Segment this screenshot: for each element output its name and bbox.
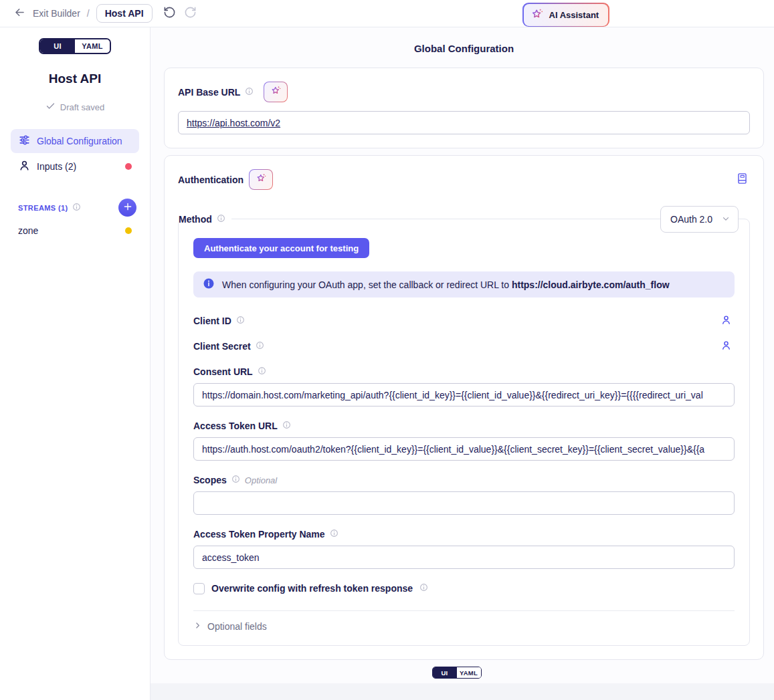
- undo-icon: [163, 6, 176, 21]
- sidebar-nav: Global Configuration Inputs (2): [11, 129, 139, 179]
- connector-name-field[interactable]: Host API: [96, 4, 153, 23]
- sidebar-item-label: Global Configuration: [37, 136, 132, 146]
- ai-improve-button[interactable]: [249, 169, 273, 190]
- user-icon: [18, 159, 31, 174]
- sidebar-item-global-configuration[interactable]: Global Configuration: [11, 129, 139, 153]
- authentication-header: Authentication: [178, 169, 750, 190]
- info-filled-icon: [203, 277, 215, 291]
- access-token-url-label: Access Token URL: [193, 421, 278, 431]
- client-id-row: Client ID: [193, 314, 735, 328]
- ai-assistant-label: AI Assistant: [549, 10, 599, 20]
- oauth-callback-banner: When configuring your OAuth app, set the…: [193, 271, 735, 298]
- authentication-label: Authentication: [178, 174, 244, 185]
- docs-button[interactable]: [735, 170, 750, 189]
- overwrite-config-row: Overwrite config with refresh token resp…: [193, 582, 735, 594]
- chevron-down-icon: [721, 214, 731, 225]
- access-token-url-input[interactable]: [193, 437, 735, 461]
- page-title: Global Configuration: [164, 27, 764, 68]
- ai-assistant-button-inner: AI Assistant: [524, 4, 609, 26]
- inputs-status-dot: [125, 163, 132, 170]
- client-id-user-input-button[interactable]: [718, 312, 735, 330]
- ai-sparkle-icon: [256, 172, 267, 187]
- sidebar-item-label: Inputs (2): [37, 161, 119, 172]
- authenticate-test-button[interactable]: Authenticate your account for testing: [193, 238, 369, 258]
- toggle-ui[interactable]: UI: [433, 667, 457, 678]
- ai-assistant-button[interactable]: AI Assistant: [522, 3, 609, 27]
- ai-improve-button-inner: [250, 170, 272, 189]
- consent-url-input[interactable]: [193, 383, 735, 406]
- info-icon: [231, 474, 240, 486]
- info-icon: [419, 582, 428, 594]
- client-secret-label: Client Secret: [193, 341, 251, 352]
- access-token-url-label-row: Access Token URL: [193, 420, 735, 432]
- ai-improve-button[interactable]: [264, 82, 288, 102]
- access-token-url-field: Access Token URL: [193, 420, 735, 461]
- client-secret-user-input-button[interactable]: [718, 337, 735, 356]
- plus-icon: [123, 202, 132, 213]
- api-base-url-label: API Base URL: [178, 87, 240, 98]
- card-view-toggle-row: UI YAML: [164, 667, 749, 679]
- banner-prefix: When configuring your OAuth app, set the…: [222, 279, 512, 290]
- ai-sparkle-icon: [270, 85, 282, 99]
- redo-icon: [184, 6, 197, 21]
- client-secret-row: Client Secret: [193, 339, 735, 354]
- client-id-label-row: Client ID: [193, 315, 718, 327]
- body-row: UI YAML Host API Draft saved: [0, 27, 774, 700]
- info-icon: [256, 340, 264, 352]
- scopes-input[interactable]: [193, 491, 735, 515]
- optional-fields-toggle[interactable]: Optional fields: [193, 611, 735, 636]
- sliders-icon: [18, 134, 31, 148]
- breadcrumb-separator: /: [87, 8, 90, 19]
- sidebar-item-stream-zone[interactable]: zone: [11, 221, 139, 241]
- toggle-yaml[interactable]: YAML: [75, 39, 110, 53]
- sidebar: UI YAML Host API Draft saved: [0, 27, 151, 700]
- token-property-label-row: Access Token Property Name: [193, 528, 735, 540]
- consent-url-label: Consent URL: [193, 366, 253, 377]
- api-base-url-label-row: API Base URL: [178, 82, 750, 102]
- streams-title: STREAMS (1): [18, 204, 68, 212]
- method-select[interactable]: OAuth 2.0: [660, 206, 739, 233]
- exit-builder-link[interactable]: Exit Builder: [33, 8, 80, 19]
- info-icon: [236, 315, 245, 327]
- token-property-input[interactable]: [193, 546, 735, 569]
- info-icon: [245, 86, 254, 98]
- top-bar: Exit Builder / Host API: [0, 0, 774, 27]
- stream-label: zone: [18, 225, 119, 236]
- api-base-url-input[interactable]: [178, 111, 750, 134]
- method-select-value: OAuth 2.0: [670, 214, 712, 225]
- card-ui-yaml-toggle[interactable]: UI YAML: [432, 667, 482, 679]
- info-icon: [258, 366, 266, 378]
- scopes-label: Scopes: [193, 475, 227, 485]
- save-status-label: Draft saved: [60, 102, 104, 112]
- back-button[interactable]: [11, 3, 29, 23]
- toggle-yaml[interactable]: YAML: [457, 667, 481, 678]
- save-status: Draft saved: [0, 101, 150, 113]
- streams-list: zone: [11, 221, 139, 241]
- client-id-label: Client ID: [193, 316, 231, 326]
- ai-improve-button-inner: [264, 82, 287, 102]
- ui-yaml-toggle[interactable]: UI YAML: [39, 38, 111, 54]
- add-stream-button[interactable]: [118, 199, 136, 217]
- undo-button[interactable]: [161, 3, 179, 23]
- chevron-right-icon: [193, 621, 202, 632]
- user-icon: [720, 314, 732, 328]
- consent-url-field: Consent URL: [193, 366, 735, 406]
- zone-status-dot: [125, 227, 132, 234]
- overwrite-config-label: Overwrite config with refresh token resp…: [211, 583, 413, 594]
- overwrite-config-checkbox[interactable]: [193, 583, 205, 594]
- token-property-label: Access Token Property Name: [193, 529, 325, 540]
- undo-redo-group: [161, 3, 199, 23]
- sidebar-item-inputs[interactable]: Inputs (2): [11, 154, 139, 179]
- book-icon: [736, 172, 749, 187]
- user-icon: [720, 340, 732, 353]
- oauth-method-group: Method OAuth 2.0 Authenticate your accou: [178, 219, 750, 646]
- check-icon: [45, 101, 56, 113]
- app-root: Exit Builder / Host API: [0, 0, 774, 700]
- toggle-ui[interactable]: UI: [40, 39, 75, 53]
- info-icon: [72, 202, 81, 214]
- banner-text: When configuring your OAuth app, set the…: [222, 279, 670, 290]
- optional-fields-label: Optional fields: [207, 621, 267, 632]
- streams-header: STREAMS (1): [11, 199, 139, 217]
- redo-button[interactable]: [181, 3, 199, 23]
- info-icon: [282, 420, 291, 432]
